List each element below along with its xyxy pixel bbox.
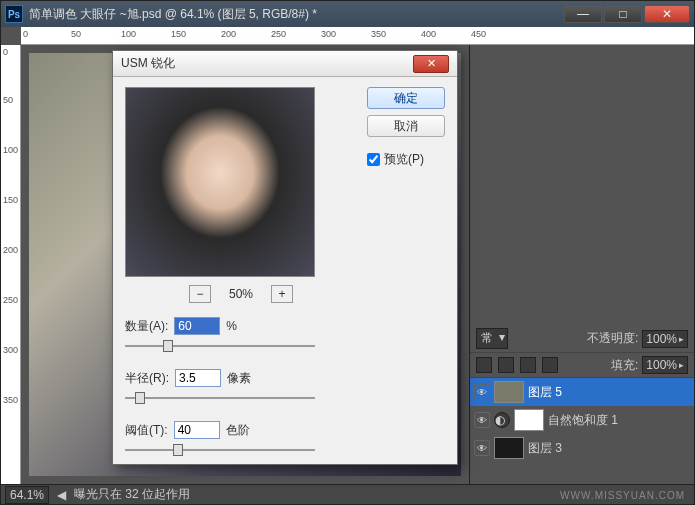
minimize-button[interactable]: — [564, 5, 602, 23]
amount-input[interactable] [174, 317, 220, 335]
layer-thumbnail [494, 381, 524, 403]
radius-label: 半径(R): [125, 370, 169, 387]
amount-unit: % [226, 319, 237, 333]
zoom-in-button[interactable]: + [271, 285, 293, 303]
layer-row[interactable]: 👁 图层 3 [470, 434, 694, 462]
visibility-icon[interactable]: 👁 [474, 440, 490, 456]
layer-row[interactable]: 👁 ◐ 自然饱和度 1 [470, 406, 694, 434]
layers-panel: 常 不透明度: 100% 填充: 100% 👁 图层 5 [469, 45, 694, 484]
preview-checkbox-row[interactable]: 预览(P) [367, 151, 445, 168]
zoom-readout[interactable]: 64.1% [5, 486, 49, 504]
blend-mode-dropdown[interactable]: 常 [476, 328, 508, 349]
amount-slider[interactable] [125, 337, 315, 355]
ok-button[interactable]: 确定 [367, 87, 445, 109]
visibility-icon[interactable]: 👁 [474, 412, 490, 428]
threshold-input[interactable] [174, 421, 220, 439]
visibility-icon[interactable]: 👁 [474, 384, 490, 400]
zoom-out-button[interactable]: − [189, 285, 211, 303]
threshold-label: 阈值(T): [125, 422, 168, 439]
fill-label: 填充: [611, 357, 638, 374]
threshold-unit: 色阶 [226, 422, 250, 439]
vertical-ruler: 0 50 100 150 200 250 300 350 [1, 45, 21, 484]
scroll-left-icon[interactable]: ◀ [57, 488, 66, 502]
preview-image[interactable] [125, 87, 315, 277]
status-message: 曝光只在 32 位起作用 [74, 486, 190, 503]
cancel-button[interactable]: 取消 [367, 115, 445, 137]
layer-name: 自然饱和度 1 [548, 412, 618, 429]
lock-all-icon[interactable] [542, 357, 558, 373]
radius-input[interactable] [175, 369, 221, 387]
watermark: WWW.MISSYUAN.COM [560, 490, 685, 501]
window-title: 简单调色 大眼仔 ~旭.psd @ 64.1% (图层 5, RGB/8#) * [29, 6, 564, 23]
usm-sharpen-dialog: USM 锐化 ✕ − 50% + 数量(A): % 半径(R): 像素 [112, 50, 458, 465]
zoom-percent: 50% [229, 287, 253, 301]
dialog-close-button[interactable]: ✕ [413, 55, 449, 73]
ps-icon: Ps [5, 5, 23, 23]
adjustment-icon: ◐ [494, 412, 510, 428]
horizontal-ruler: 0 50 100 150 200 250 300 350 400 450 [21, 27, 694, 45]
amount-label: 数量(A): [125, 318, 168, 335]
radius-unit: 像素 [227, 370, 251, 387]
fill-value[interactable]: 100% [642, 356, 688, 374]
opacity-value[interactable]: 100% [642, 330, 688, 348]
layer-mask-thumbnail [514, 409, 544, 431]
dialog-title: USM 锐化 [121, 55, 175, 72]
lock-icon[interactable] [476, 357, 492, 373]
layer-row[interactable]: 👁 图层 5 [470, 378, 694, 406]
preview-checkbox[interactable] [367, 153, 380, 166]
threshold-slider[interactable] [125, 441, 315, 459]
layer-name: 图层 5 [528, 384, 562, 401]
titlebar: Ps 简单调色 大眼仔 ~旭.psd @ 64.1% (图层 5, RGB/8#… [1, 1, 694, 27]
preview-checkbox-label: 预览(P) [384, 151, 424, 168]
close-button[interactable]: ✕ [644, 5, 690, 23]
opacity-label: 不透明度: [587, 330, 638, 347]
layer-name: 图层 3 [528, 440, 562, 457]
layer-thumbnail [494, 437, 524, 459]
radius-slider[interactable] [125, 389, 315, 407]
lock-pixels-icon[interactable] [498, 357, 514, 373]
maximize-button[interactable]: □ [604, 5, 642, 23]
lock-position-icon[interactable] [520, 357, 536, 373]
dialog-titlebar[interactable]: USM 锐化 ✕ [113, 51, 457, 77]
